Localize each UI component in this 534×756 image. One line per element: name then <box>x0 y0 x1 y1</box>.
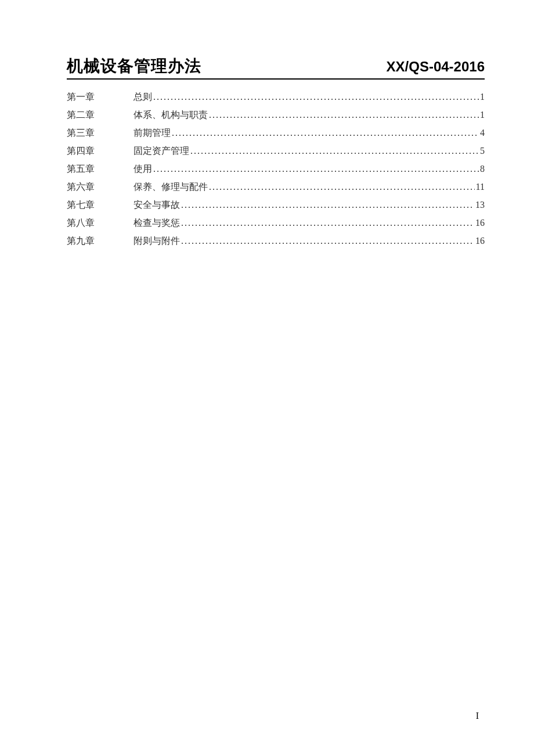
toc-chapter-label: 第七章 <box>67 199 134 211</box>
document-code: XX/QS-04-2016 <box>387 59 485 75</box>
toc-item-name: 附则与附件 <box>134 235 181 247</box>
toc-row: 第五章 使用 8 <box>67 163 485 181</box>
toc-entry: 保养、修理与配件 11 <box>134 181 485 193</box>
toc-leader-dots <box>181 236 474 246</box>
toc-chapter-label: 第一章 <box>67 91 134 103</box>
table-of-contents: 第一章 总则 1 第二章 体系、机构与职责 1 第三章 前期管理 4 <box>67 91 485 253</box>
toc-page-number: 16 <box>474 236 485 246</box>
toc-entry: 安全与事故 13 <box>134 199 485 211</box>
toc-chapter-label: 第二章 <box>67 109 134 121</box>
toc-leader-dots <box>153 164 479 174</box>
toc-item-name: 安全与事故 <box>134 199 181 211</box>
toc-page-number: 8 <box>479 164 485 174</box>
toc-row: 第二章 体系、机构与职责 1 <box>67 109 485 127</box>
toc-leader-dots <box>181 200 474 210</box>
toc-page-number: 13 <box>474 200 485 210</box>
toc-chapter-label: 第四章 <box>67 145 134 157</box>
page-number: I <box>476 711 479 721</box>
toc-item-name: 检查与奖惩 <box>134 217 181 229</box>
toc-leader-dots <box>172 128 479 138</box>
toc-chapter-label: 第六章 <box>67 181 134 193</box>
toc-page-number: 5 <box>479 146 485 156</box>
toc-page-number: 4 <box>479 128 485 138</box>
toc-page-number: 11 <box>475 182 485 192</box>
toc-leader-dots <box>209 182 475 192</box>
toc-item-name: 前期管理 <box>134 127 172 139</box>
document-title: 机械设备管理办法 <box>67 55 201 77</box>
toc-row: 第九章 附则与附件 16 <box>67 235 485 253</box>
toc-entry: 体系、机构与职责 1 <box>134 109 485 121</box>
toc-item-name: 总则 <box>134 91 153 103</box>
toc-leader-dots <box>181 218 474 228</box>
toc-row: 第一章 总则 1 <box>67 91 485 109</box>
toc-entry: 固定资产管理 5 <box>134 145 485 157</box>
toc-row: 第三章 前期管理 4 <box>67 127 485 145</box>
page-header: 机械设备管理办法 XX/QS-04-2016 <box>67 55 485 80</box>
toc-item-name: 体系、机构与职责 <box>134 109 209 121</box>
toc-item-name: 使用 <box>134 163 153 175</box>
toc-page-number: 1 <box>479 110 485 120</box>
toc-chapter-label: 第九章 <box>67 235 134 247</box>
toc-item-name: 固定资产管理 <box>134 145 190 157</box>
toc-leader-dots <box>190 146 479 156</box>
toc-row: 第八章 检查与奖惩 16 <box>67 217 485 235</box>
toc-leader-dots <box>153 92 479 102</box>
toc-entry: 总则 1 <box>134 91 485 103</box>
toc-chapter-label: 第五章 <box>67 163 134 175</box>
toc-chapter-label: 第三章 <box>67 127 134 139</box>
toc-entry: 使用 8 <box>134 163 485 175</box>
toc-entry: 检查与奖惩 16 <box>134 217 485 229</box>
toc-row: 第七章 安全与事故 13 <box>67 199 485 217</box>
toc-item-name: 保养、修理与配件 <box>134 181 209 193</box>
toc-page-number: 16 <box>474 218 485 228</box>
toc-leader-dots <box>209 110 479 120</box>
toc-chapter-label: 第八章 <box>67 217 134 229</box>
document-page: 机械设备管理办法 XX/QS-04-2016 第一章 总则 1 第二章 体系、机… <box>0 0 534 756</box>
toc-entry: 附则与附件 16 <box>134 235 485 247</box>
toc-page-number: 1 <box>479 92 485 102</box>
toc-entry: 前期管理 4 <box>134 127 485 139</box>
toc-row: 第四章 固定资产管理 5 <box>67 145 485 163</box>
toc-row: 第六章 保养、修理与配件 11 <box>67 181 485 199</box>
